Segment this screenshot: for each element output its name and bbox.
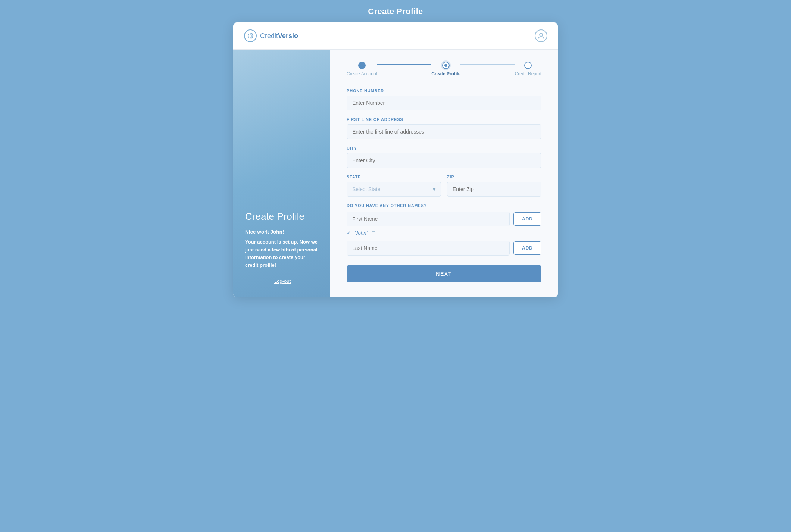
left-panel: Create Profile Nice work John! Your acco… [233,50,330,297]
phone-number-label: PHONE NUMBER [347,88,541,93]
step-create-profile: Create Profile [431,62,460,76]
address-label: FIRST LINE OF ADDRESS [347,117,541,122]
logo-area: CreditVersio [244,29,298,43]
zip-label: ZIP [447,175,541,179]
delete-name-icon[interactable]: 🗑 [371,230,376,236]
first-name-input[interactable] [347,212,510,226]
add-last-name-button[interactable]: ADD [513,241,541,255]
page-header: Create Profile [0,0,791,22]
step-credit-report: Credit Report [515,62,541,76]
added-name-row: ✓ 'John' 🗑 [347,229,541,236]
state-label: STATE [347,175,441,179]
check-icon: ✓ [347,229,351,236]
state-zip-row: STATE Select State Alabama Alaska Arizon… [347,175,541,203]
step-label-1: Create Account [347,71,377,76]
step-dot-3 [524,62,532,69]
phone-number-input[interactable] [347,96,541,110]
zip-field-group: ZIP [447,175,541,197]
left-panel-subtitle: Nice work John! [245,229,320,235]
main-content: Create Profile Nice work John! Your acco… [233,50,558,297]
svg-point-1 [540,33,543,36]
logo-icon [244,29,257,43]
city-input[interactable] [347,153,541,168]
svg-point-0 [244,30,256,42]
left-panel-description: Your account is set up. Now we just need… [245,238,320,269]
address-input[interactable] [347,124,541,139]
page-title: Create Profile [368,7,423,16]
state-field-group: STATE Select State Alabama Alaska Arizon… [347,175,441,197]
step-create-account: Create Account [347,62,377,76]
step-label-3: Credit Report [515,71,541,76]
step-dot-inner-2 [444,64,447,67]
logo-text: CreditVersio [260,32,298,40]
step-label-2: Create Profile [431,71,460,76]
added-first-name: 'John' [354,230,367,236]
state-select-wrapper: Select State Alabama Alaska Arizona Cali… [347,182,441,197]
next-button[interactable]: NEXT [347,265,541,282]
first-name-row: ADD [347,212,541,226]
logout-button[interactable]: Log-out [245,278,320,284]
city-field-group: CITY [347,146,541,168]
user-avatar-icon[interactable] [535,29,547,42]
top-bar: CreditVersio [233,22,558,50]
step-dot-2 [442,62,450,69]
main-card: CreditVersio Create Profile Nice work Jo… [233,22,558,297]
zip-input[interactable] [447,182,541,197]
stepper: Create Account Create Profile Credit Rep… [347,62,541,76]
address-field-group: FIRST LINE OF ADDRESS [347,117,541,139]
right-panel: Create Account Create Profile Credit Rep… [330,50,558,297]
phone-number-field-group: PHONE NUMBER [347,88,541,110]
last-name-row: ADD [347,241,541,256]
step-connector-1 [377,64,431,65]
state-select[interactable]: Select State Alabama Alaska Arizona Cali… [347,182,441,197]
step-connector-2 [460,64,515,65]
left-panel-title: Create Profile [245,211,320,222]
last-name-input[interactable] [347,241,510,256]
city-label: CITY [347,146,541,150]
other-names-label: DO YOU HAVE ANY OTHER NAMES? [347,203,541,208]
step-dot-1 [358,62,366,69]
profile-form: PHONE NUMBER FIRST LINE OF ADDRESS CITY [347,88,541,282]
other-names-section: DO YOU HAVE ANY OTHER NAMES? ADD ✓ 'John… [347,203,541,256]
add-first-name-button[interactable]: ADD [513,212,541,226]
